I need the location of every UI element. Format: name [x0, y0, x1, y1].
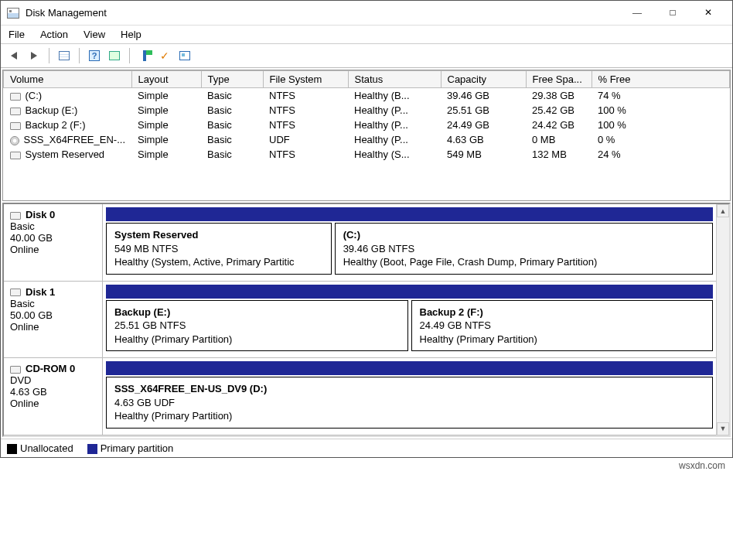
- vertical-scrollbar[interactable]: ▲ ▼: [716, 204, 729, 435]
- partition[interactable]: Backup (E:) 25.51 GB NTFS Healthy (Prima…: [106, 300, 408, 352]
- cell-free: 0 MB: [526, 132, 592, 147]
- disk-name: CD-ROM 0: [10, 363, 96, 374]
- show-hide-console-tree-button[interactable]: [56, 47, 73, 64]
- volume-table[interactable]: Volume Layout Type File System Status Ca…: [3, 70, 730, 162]
- cell-layout: Simple: [131, 132, 201, 147]
- disk-row[interactable]: Disk 1 Basic 50.00 GB OnlineBackup (E:) …: [4, 282, 716, 359]
- cell-pct: 100 %: [592, 118, 730, 132]
- cell-type: Basic: [201, 132, 263, 147]
- legend-primary: Primary partition: [87, 442, 174, 454]
- partition-name: SSS_X64FREE_EN-US_DV9 (D:): [114, 382, 704, 396]
- help-button[interactable]: ?: [86, 47, 103, 64]
- action-button[interactable]: [136, 47, 153, 64]
- cell-layout: Simple: [131, 103, 201, 118]
- table-row[interactable]: Backup (E:)SimpleBasicNTFSHealthy (P...2…: [4, 103, 730, 118]
- drive-icon: [10, 108, 21, 115]
- check-button[interactable]: ✓: [156, 47, 173, 64]
- toolbar-separator: [79, 48, 80, 63]
- cell-fs: NTFS: [263, 88, 348, 104]
- partition-sub: 549 MB NTFS: [114, 242, 323, 256]
- partition-sub: 24.49 GB NTFS: [420, 319, 705, 333]
- window-controls: — □ ✕: [619, 2, 726, 25]
- col-capacity[interactable]: Capacity: [441, 71, 526, 88]
- partition-name: (C:): [343, 228, 704, 242]
- cell-fs: UDF: [263, 132, 348, 147]
- partition-row: System Reserved 549 MB NTFS Healthy (Sys…: [106, 223, 713, 275]
- forward-arrow-icon: [31, 52, 37, 60]
- disk-name: Disk 1: [10, 286, 96, 298]
- disk-management-window: Disk Management — □ ✕ File Action View H…: [0, 0, 733, 458]
- disk-info: Disk 0 Basic 40.00 GB Online: [4, 204, 103, 281]
- segment: [106, 361, 713, 375]
- cell-volume: System Reserved: [4, 147, 132, 162]
- cell-type: Basic: [201, 147, 263, 162]
- partition-status: Healthy (Primary Partition): [114, 333, 400, 347]
- partition[interactable]: SSS_X64FREE_EN-US_DV9 (D:) 4.63 GB UDF H…: [106, 377, 713, 429]
- col-type[interactable]: Type: [201, 71, 263, 88]
- col-pct[interactable]: % Free: [592, 71, 730, 88]
- menu-file[interactable]: File: [9, 29, 25, 40]
- volume-list-pane: Volume Layout Type File System Status Ca…: [2, 70, 731, 201]
- close-button[interactable]: ✕: [690, 2, 726, 25]
- col-volume[interactable]: Volume: [4, 71, 132, 88]
- partition-row: SSS_X64FREE_EN-US_DV9 (D:) 4.63 GB UDF H…: [106, 377, 713, 429]
- disk-row[interactable]: Disk 0 Basic 40.00 GB OnlineSystem Reser…: [4, 204, 716, 282]
- cd-icon: [10, 136, 19, 145]
- colorbar: [106, 361, 713, 375]
- drive-icon: [10, 366, 21, 374]
- col-layout[interactable]: Layout: [131, 71, 201, 88]
- unallocated-swatch-icon: [7, 444, 17, 454]
- partition[interactable]: System Reserved 549 MB NTFS Healthy (Sys…: [106, 223, 332, 275]
- col-status[interactable]: Status: [348, 71, 441, 88]
- segment: [106, 285, 713, 299]
- menu-view[interactable]: View: [84, 29, 105, 40]
- partition-bar: Backup (E:) 25.51 GB NTFS Healthy (Prima…: [103, 282, 716, 358]
- cell-type: Basic: [201, 103, 263, 118]
- forward-button[interactable]: [26, 47, 43, 64]
- cell-free: 25.42 GB: [526, 103, 592, 118]
- table-row[interactable]: System ReservedSimpleBasicNTFSHealthy (S…: [4, 147, 730, 162]
- cell-volume: SSS_X64FREE_EN-...: [4, 132, 132, 147]
- scroll-down-button[interactable]: ▼: [717, 422, 729, 435]
- drive-icon: [10, 212, 21, 220]
- cell-capacity: 25.51 GB: [441, 103, 526, 118]
- properties-button[interactable]: [176, 47, 193, 64]
- table-row[interactable]: (C:)SimpleBasicNTFSHealthy (B...39.46 GB…: [4, 88, 730, 104]
- settings-button[interactable]: [106, 47, 123, 64]
- partition[interactable]: (C:) 39.46 GB NTFS Healthy (Boot, Page F…: [335, 223, 713, 275]
- toolbar-separator: [129, 48, 130, 63]
- col-free[interactable]: Free Spa...: [526, 71, 592, 88]
- partition[interactable]: Backup 2 (F:) 24.49 GB NTFS Healthy (Pri…: [411, 300, 714, 352]
- maximize-button[interactable]: □: [655, 2, 690, 25]
- table-row[interactable]: Backup 2 (F:)SimpleBasicNTFSHealthy (P..…: [4, 118, 730, 132]
- menubar: File Action View Help: [1, 26, 732, 44]
- toolbar-separator: [49, 48, 49, 63]
- cell-fs: NTFS: [263, 103, 348, 118]
- partition-status: Healthy (Primary Partition): [114, 409, 704, 423]
- cell-layout: Simple: [131, 147, 201, 162]
- minimize-button[interactable]: —: [619, 2, 655, 25]
- partition-sub: 39.46 GB NTFS: [343, 242, 704, 256]
- cell-status: Healthy (P...: [348, 103, 441, 118]
- disk-type: Basic: [10, 220, 96, 232]
- partition-name: Backup 2 (F:): [420, 306, 705, 319]
- cell-free: 24.42 GB: [526, 118, 592, 132]
- cell-pct: 24 %: [592, 147, 730, 162]
- disk-row[interactable]: CD-ROM 0 DVD 4.63 GB OnlineSSS_X64FREE_E…: [4, 358, 716, 435]
- col-fs[interactable]: File System: [263, 71, 348, 88]
- partition-row: Backup (E:) 25.51 GB NTFS Healthy (Prima…: [106, 300, 713, 352]
- flag-icon: [143, 50, 146, 61]
- drive-icon: [10, 122, 21, 130]
- back-button[interactable]: [5, 47, 22, 64]
- table-row[interactable]: SSS_X64FREE_EN-...SimpleBasicUDFHealthy …: [4, 132, 730, 147]
- partition-sub: 25.51 GB NTFS: [114, 319, 400, 333]
- toolbar: ? ✓: [1, 44, 732, 68]
- partition-status: Healthy (Primary Partition): [420, 333, 705, 347]
- window-title: Disk Management: [26, 7, 619, 19]
- titlebar[interactable]: Disk Management — □ ✕: [1, 1, 732, 26]
- scroll-up-button[interactable]: ▲: [717, 204, 729, 217]
- footer-watermark: wsxdn.com: [0, 458, 733, 476]
- menu-help[interactable]: Help: [121, 29, 141, 40]
- colorbar: [106, 285, 713, 299]
- menu-action[interactable]: Action: [40, 29, 68, 40]
